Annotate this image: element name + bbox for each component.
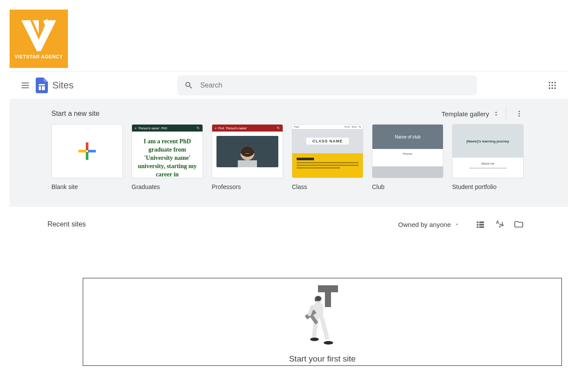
person-illustration-icon [234,139,260,167]
template-label: Blank site [51,183,123,190]
svg-point-14 [551,84,553,86]
template-label: Professors [212,183,283,190]
thumb-body-text: I am a recent PhD graduate from 'Univers… [132,132,203,178]
svg-point-20 [519,113,520,115]
thumb-sub: Pictures [376,152,439,155]
svg-rect-32 [477,224,479,226]
template-label: Class [292,183,363,190]
sort-az-icon: AZ [495,220,504,229]
empty-state-illustration-icon [305,284,340,347]
svg-rect-34 [477,226,479,228]
svg-point-13 [549,84,551,86]
templates-header: Start a new site Template gallery [51,108,526,120]
template-club[interactable]: Name of club Pictures Club [372,124,443,190]
svg-point-45 [324,341,333,345]
svg-rect-23 [88,150,96,152]
thumb-banner: CLASS NAME [306,138,349,145]
vietstar-logo-icon [19,18,58,53]
template-thumb: PageHomeMore CLASS NAME [292,124,363,178]
svg-rect-6 [22,87,29,88]
template-graduates[interactable]: ≡'Person's name', PhD I am a recent PhD … [132,124,203,190]
watermark-logo: VIETSTAR AGENCY [10,10,68,68]
templates-more-button[interactable] [512,107,526,121]
svg-rect-30 [477,222,479,223]
svg-line-29 [360,127,361,128]
open-file-picker-button[interactable] [510,216,527,233]
thumb-sub: About me [457,162,519,165]
svg-text:Z: Z [499,223,501,228]
svg-rect-8 [39,86,41,90]
owner-filter-label: Owned by anyone [398,221,451,228]
recent-section-header: Recent sites Owned by anyone AZ [10,213,568,235]
thumb-banner: [Name]'s learning journey [466,139,509,143]
svg-rect-4 [22,82,29,83]
svg-point-12 [554,81,556,83]
main-menu-button[interactable] [17,77,34,94]
svg-rect-38 [318,285,338,292]
svg-point-18 [554,87,556,89]
empty-state-message: Start your first site [289,354,355,364]
svg-point-11 [551,81,553,83]
search-bar[interactable] [177,75,477,95]
empty-state: Start your first site [83,278,562,366]
list-view-button[interactable] [472,216,489,233]
svg-rect-39 [325,291,331,307]
template-class[interactable]: PageHomeMore CLASS NAME Class [292,124,363,190]
hamburger-icon [20,81,30,90]
svg-rect-24 [86,152,88,160]
search-icon [184,81,193,90]
sort-button[interactable]: AZ [491,216,508,233]
search-icon [358,125,361,128]
thumb-title: 'Person's name', PhD [138,127,167,130]
template-thumb: ≡'Person's name', PhD I am a recent PhD … [132,124,203,178]
template-gallery-button[interactable]: Template gallery [442,110,500,118]
template-label: Graduates [132,183,203,190]
svg-point-21 [519,115,520,117]
svg-rect-26 [238,160,257,167]
owner-filter-dropdown[interactable]: Owned by anyone [398,221,460,228]
product-name: Sites [52,80,74,91]
svg-rect-31 [479,222,484,223]
templates-section-title: Start a new site [51,110,99,118]
search-input[interactable] [200,81,470,89]
dropdown-arrow-icon [454,222,460,227]
google-apps-button[interactable] [544,77,561,94]
template-thumb: ≡Prof. 'Person's name' [212,124,283,178]
svg-rect-41 [314,303,323,318]
template-blank[interactable]: Blank site [51,124,123,190]
svg-point-15 [554,84,556,86]
template-thumb: [Name]'s learning journey About me [452,124,524,178]
svg-point-28 [359,126,361,128]
more-vert-icon [515,110,523,118]
svg-rect-43 [320,317,329,340]
list-view-icon [476,220,485,229]
svg-point-17 [551,87,553,89]
search-icon [277,126,280,130]
svg-rect-7 [39,84,45,85]
svg-point-10 [549,81,551,83]
svg-point-16 [549,87,551,89]
svg-rect-25 [78,150,86,152]
template-student-portfolio[interactable]: [Name]'s learning journey About me Stude… [452,124,524,190]
thumb-title: Prof. 'Person's name' [218,127,247,130]
apps-grid-icon [547,81,557,90]
template-label: Club [372,183,443,190]
svg-rect-22 [86,142,88,150]
template-gallery-label: Template gallery [442,110,489,118]
app-bar: Sites [10,71,568,99]
template-professors[interactable]: ≡Prof. 'Person's name' Professors [212,124,283,190]
product-branding[interactable]: Sites [36,78,74,93]
svg-rect-5 [22,85,29,86]
folder-icon [514,220,524,229]
template-thumb [51,124,123,178]
thumb-banner: Name of club [395,135,421,139]
divider [506,108,506,120]
svg-rect-33 [479,224,484,226]
plus-icon [78,142,97,161]
svg-rect-9 [42,86,45,90]
watermark-text: VIETSTAR AGENCY [15,54,63,59]
svg-rect-35 [479,226,484,228]
unfold-icon [493,110,500,117]
svg-point-44 [310,338,319,341]
sites-logo-icon [36,78,48,93]
